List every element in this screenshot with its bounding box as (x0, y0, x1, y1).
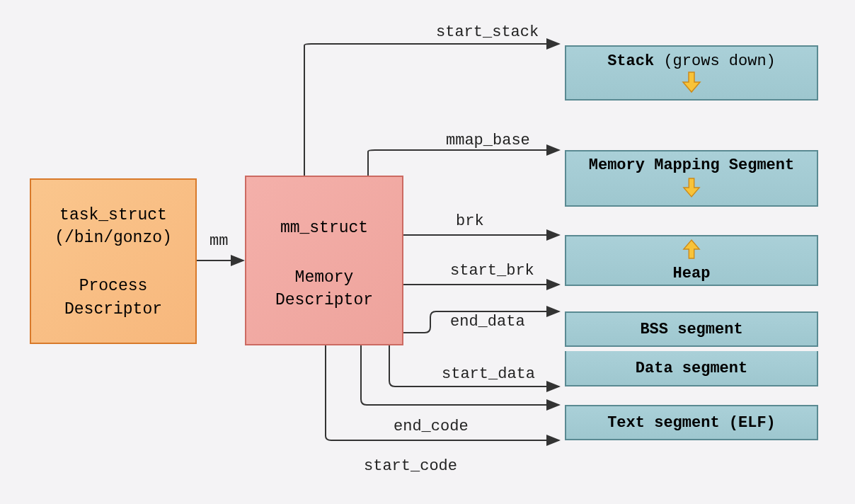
up-arrow-icon (682, 239, 701, 265)
stack-segment-label: Stack (grows down) (607, 52, 776, 70)
process-descriptor-label-1: Process (31, 275, 195, 297)
start-brk-label: start_brk (450, 262, 534, 280)
stack-rest: (grows down) (654, 52, 776, 70)
heap-segment-box: Heap (565, 235, 818, 286)
mmap-base-label: mmap_base (446, 132, 530, 149)
stack-bold: Stack (607, 52, 654, 70)
down-arrow-icon (682, 177, 701, 203)
start-code-label: start_code (364, 457, 457, 475)
data-segment-label: Data segment (636, 360, 747, 377)
stack-segment-box: Stack (grows down) (565, 45, 818, 101)
down-arrow-icon (682, 71, 701, 98)
heap-segment-label: Heap (673, 265, 711, 282)
start-data-label: start_data (442, 365, 535, 383)
memory-descriptor-label-1: Memory (246, 266, 402, 289)
end-code-label: end_code (394, 418, 469, 435)
process-descriptor-label-2: Descriptor (31, 298, 195, 321)
mm-struct-label: mm_struct (246, 217, 402, 239)
task-struct-path: (/bin/gonzo) (31, 227, 195, 249)
text-segment-label: Text segment (ELF) (607, 414, 776, 432)
text-segment-box: Text segment (ELF) (565, 405, 818, 440)
mmap-segment-box: Memory Mapping Segment (565, 150, 818, 207)
bss-segment-box: BSS segment (565, 311, 818, 347)
process-descriptor-box: task_struct (/bin/gonzo) Process Descrip… (30, 178, 197, 344)
memory-descriptor-label-2: Descriptor (246, 289, 402, 311)
end-data-label: end_data (450, 313, 525, 331)
data-segment-box: Data segment (565, 351, 818, 386)
task-struct-label: task_struct (31, 204, 195, 227)
mm-link-label: mm (210, 232, 228, 250)
start-stack-label: start_stack (436, 23, 539, 41)
mmap-segment-label: Memory Mapping Segment (589, 156, 794, 174)
brk-label: brk (456, 212, 484, 230)
mm-struct-box: mm_struct Memory Descriptor (245, 176, 403, 345)
bss-segment-label: BSS segment (640, 321, 742, 338)
